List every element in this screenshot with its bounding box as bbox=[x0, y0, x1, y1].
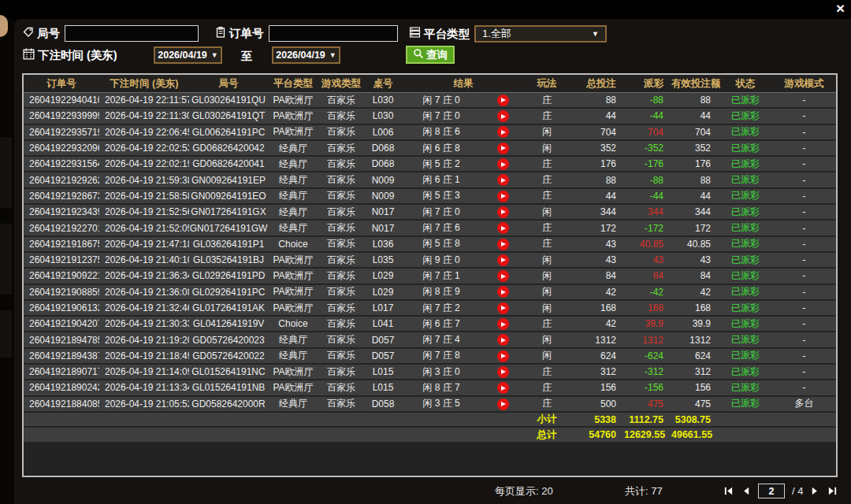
valid-bet: 40.85 bbox=[671, 239, 719, 250]
current-page-input[interactable]: 2 bbox=[758, 484, 785, 498]
play-video-icon[interactable] bbox=[497, 126, 509, 138]
bet-time: 2026-04-19 21:14:09 bbox=[99, 366, 189, 377]
date-from-picker[interactable]: 2026/04/19 ▼ bbox=[154, 46, 222, 64]
result: 闲 7 庄 0 bbox=[402, 94, 481, 107]
payout-sum: 12629.55 bbox=[624, 429, 671, 440]
payout: -176 bbox=[624, 158, 671, 169]
valid-bet: 624 bbox=[671, 350, 719, 361]
bet-time: 2026-04-19 21:30:33 bbox=[99, 318, 189, 329]
play-video-icon[interactable] bbox=[497, 270, 509, 282]
table-number: L035 bbox=[364, 254, 402, 265]
table-row: 2604192192867352026-04-19 21:58:58GN0092… bbox=[24, 189, 836, 205]
game-type: 百家乐 bbox=[318, 317, 364, 331]
platform-type: PA欧洲厅 bbox=[268, 254, 318, 267]
bet-time: 2026-04-19 21:18:49 bbox=[99, 350, 189, 361]
play-video-icon[interactable] bbox=[497, 222, 509, 234]
total-bet: 344 bbox=[569, 206, 624, 217]
status-badge: 已派彩 bbox=[719, 397, 772, 410]
game-mode: - bbox=[772, 127, 836, 138]
play-video-icon[interactable] bbox=[497, 366, 509, 378]
query-button[interactable]: 查询 bbox=[406, 46, 455, 64]
play-video-icon[interactable] bbox=[497, 350, 509, 362]
play-video-icon[interactable] bbox=[497, 94, 509, 106]
table-row: 2604192191237562026-04-19 21:40:10GL0352… bbox=[24, 253, 836, 269]
play-video-icon[interactable] bbox=[497, 239, 509, 250]
play-video-icon[interactable] bbox=[497, 382, 509, 394]
prev-page-icon[interactable] bbox=[741, 486, 751, 496]
page-separator-char: / bbox=[792, 485, 795, 497]
order-id: 260419229404102 bbox=[24, 94, 99, 106]
total-bet: 312 bbox=[569, 366, 624, 377]
game-type: 百家乐 bbox=[318, 173, 364, 187]
total-bet-sum: 5338 bbox=[569, 414, 624, 425]
round-id: GL015264191NB bbox=[189, 382, 268, 393]
play-video-icon[interactable] bbox=[497, 254, 509, 266]
status-badge: 已派彩 bbox=[719, 333, 772, 346]
play-video-icon[interactable] bbox=[497, 286, 509, 298]
total-bet: 156 bbox=[569, 382, 624, 393]
play-video-icon[interactable] bbox=[497, 191, 509, 202]
game-mode: - bbox=[772, 206, 836, 217]
first-page-icon[interactable] bbox=[723, 486, 734, 496]
play-video-icon[interactable] bbox=[497, 302, 509, 314]
chevron-down-icon: ▼ bbox=[211, 51, 218, 59]
date-to-picker[interactable]: 2026/04/19 ▼ bbox=[272, 46, 340, 64]
play-video-icon[interactable] bbox=[497, 174, 509, 186]
result: 闲 8 庄 7 bbox=[402, 381, 481, 395]
last-page-icon[interactable] bbox=[827, 486, 838, 496]
total-bet: 624 bbox=[569, 350, 624, 361]
platform-type: 经典厅 bbox=[268, 158, 318, 171]
total-bet: 88 bbox=[569, 94, 624, 106]
bet-time: 2026-04-19 21:32:46 bbox=[99, 302, 189, 313]
payout: 43 bbox=[624, 254, 671, 265]
column-header: 结果 bbox=[402, 77, 525, 91]
play-video-icon[interactable] bbox=[497, 318, 509, 330]
bet-time: 2026-04-19 22:11:57 bbox=[99, 94, 189, 106]
order-input[interactable] bbox=[269, 25, 398, 42]
total-bet: 88 bbox=[569, 175, 624, 186]
round-id: GL030264191QT bbox=[189, 110, 268, 121]
game-type: 百家乐 bbox=[318, 397, 364, 410]
play-type: 庄 bbox=[525, 381, 569, 395]
result: 闲 6 庄 8 bbox=[402, 142, 481, 155]
status-badge: 已派彩 bbox=[719, 254, 772, 267]
play-type: 庄 bbox=[525, 94, 569, 107]
play-video-icon[interactable] bbox=[497, 143, 509, 154]
play-video-icon[interactable] bbox=[497, 334, 509, 346]
status-badge: 已派彩 bbox=[719, 94, 772, 107]
per-page-label: 每页显示: bbox=[495, 485, 539, 497]
total-bet: 352 bbox=[569, 143, 624, 154]
result: 闲 3 庄 5 bbox=[402, 397, 481, 410]
total-bet-sum: 54760 bbox=[569, 429, 624, 440]
game-type: 百家乐 bbox=[318, 302, 364, 315]
total-pages-value: 4 bbox=[797, 485, 803, 497]
column-header: 平台类型 bbox=[268, 77, 318, 91]
table-number: L030 bbox=[364, 94, 402, 106]
payout: -88 bbox=[624, 175, 671, 186]
table-row: 2604192191867512026-04-19 21:47:18GL0362… bbox=[24, 237, 836, 253]
valid-bet: 168 bbox=[671, 302, 719, 313]
order-id: 260419219286735 bbox=[24, 191, 99, 202]
play-video-icon[interactable] bbox=[497, 158, 509, 170]
order-id: 260419219292622 bbox=[24, 175, 99, 186]
play-video-icon[interactable] bbox=[497, 206, 509, 218]
next-page-icon[interactable] bbox=[810, 486, 820, 496]
valid-bet: 1312 bbox=[671, 335, 719, 346]
platform-select[interactable]: 1.全部 ▼ bbox=[474, 25, 607, 43]
play-type: 闲 bbox=[525, 206, 569, 219]
game-type: 百家乐 bbox=[318, 221, 364, 235]
total-bet: 1312 bbox=[569, 335, 624, 346]
play-type: 庄 bbox=[525, 109, 569, 123]
valid-bet: 475 bbox=[671, 398, 719, 410]
play-video-icon[interactable] bbox=[497, 110, 509, 122]
status-badge: 已派彩 bbox=[719, 302, 772, 315]
result: 闲 7 庄 0 bbox=[402, 109, 481, 123]
close-icon[interactable]: × bbox=[836, 0, 845, 17]
calendar-icon bbox=[22, 47, 35, 64]
table-number: N009 bbox=[364, 191, 402, 202]
platform-type: Choice bbox=[268, 239, 318, 250]
bet-time: 2026-04-19 21:40:10 bbox=[99, 254, 189, 265]
round-input[interactable] bbox=[65, 25, 199, 42]
table-totals: 小计53381112.755308.75总计5476012629.5549661… bbox=[24, 413, 836, 443]
play-video-icon[interactable] bbox=[497, 398, 509, 410]
